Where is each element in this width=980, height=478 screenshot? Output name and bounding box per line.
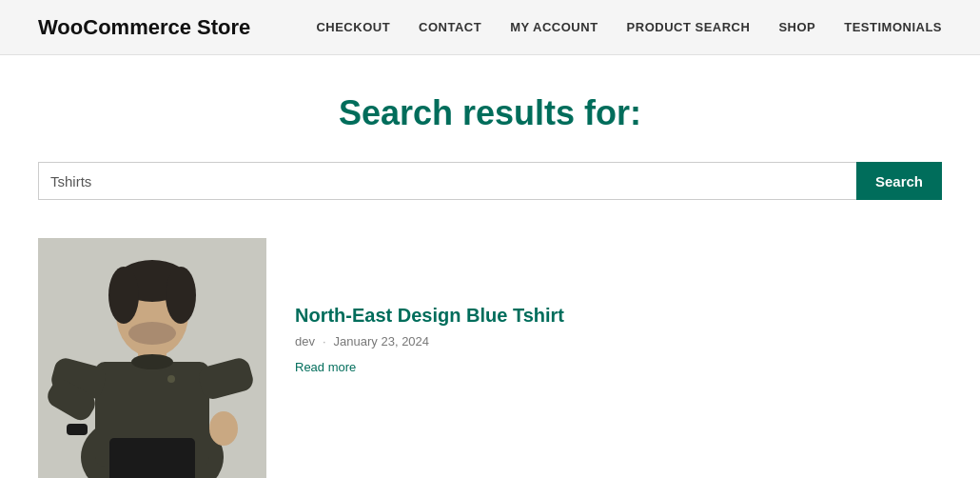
svg-point-13 <box>167 375 175 383</box>
svg-point-9 <box>108 267 139 324</box>
svg-point-12 <box>131 354 173 369</box>
nav-checkout[interactable]: CHECKOUT <box>316 20 390 34</box>
product-info: North-East Design Blue Tshirt dev · Janu… <box>295 238 564 375</box>
site-header: WooCommerce Store CHECKOUT CONTACT MY AC… <box>0 0 980 55</box>
svg-point-10 <box>166 267 196 324</box>
product-card: North-East Design Blue Tshirt dev · Janu… <box>38 238 942 478</box>
product-date: January 23, 2024 <box>334 334 429 349</box>
search-input[interactable] <box>38 162 856 200</box>
product-author: dev <box>295 334 315 349</box>
nav-testimonials[interactable]: TESTIMONIALS <box>844 20 942 34</box>
product-image <box>38 238 266 478</box>
main-content: Search results for: Search <box>0 55 980 478</box>
product-title: North-East Design Blue Tshirt <box>295 305 564 327</box>
site-title: WooCommerce Store <box>38 15 250 40</box>
read-more-link[interactable]: Read more <box>295 360 356 374</box>
nav-my-account[interactable]: MY ACCOUNT <box>510 20 598 34</box>
product-meta: dev · January 23, 2024 <box>295 334 564 349</box>
svg-point-11 <box>128 322 176 345</box>
search-bar: Search <box>38 162 942 200</box>
main-nav: CHECKOUT CONTACT MY ACCOUNT PRODUCT SEAR… <box>316 20 942 34</box>
meta-separator: · <box>323 334 326 349</box>
search-results-heading: Search results for: <box>38 93 942 133</box>
svg-rect-16 <box>109 438 195 478</box>
svg-point-15 <box>209 411 238 446</box>
product-image-svg <box>38 238 266 478</box>
nav-product-search[interactable]: PRODUCT SEARCH <box>627 20 751 34</box>
nav-shop[interactable]: SHOP <box>778 20 815 34</box>
search-button[interactable]: Search <box>856 162 942 200</box>
svg-rect-14 <box>67 424 88 435</box>
nav-contact[interactable]: CONTACT <box>419 20 481 34</box>
